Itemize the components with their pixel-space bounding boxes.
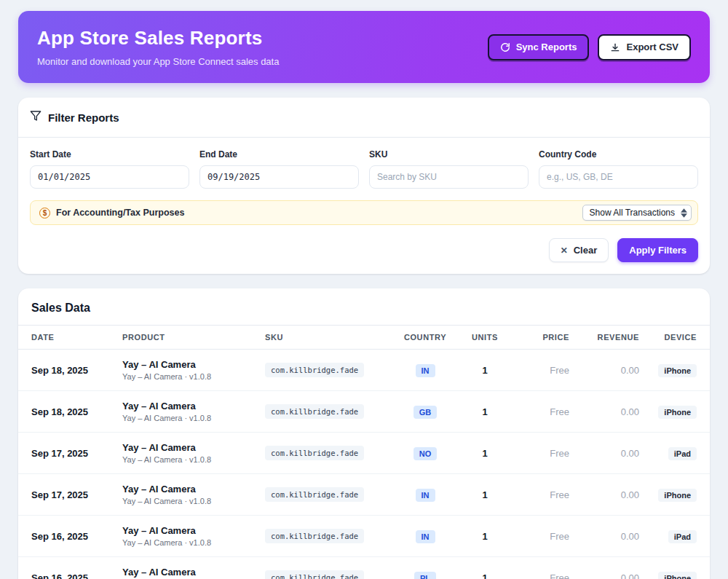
accounting-banner-left: $ For Accounting/Tax Purposes bbox=[39, 208, 184, 218]
cell-sku: com.killbridge.fade bbox=[259, 350, 392, 391]
device-badge: iPad bbox=[668, 530, 697, 543]
product-name: Yay – AI Camera bbox=[122, 567, 253, 578]
select-arrows-icon bbox=[681, 208, 687, 218]
apply-filters-button[interactable]: Apply Filters bbox=[617, 238, 698, 262]
device-badge: iPad bbox=[668, 447, 697, 460]
country-code-label: Country Code bbox=[539, 149, 698, 159]
cell-units: 1 bbox=[459, 557, 511, 579]
cell-units: 1 bbox=[459, 350, 511, 391]
table-row[interactable]: Sep 16, 2025 Yay – AI Camera Yay – AI Ca… bbox=[18, 516, 710, 557]
country-code-input[interactable] bbox=[539, 165, 698, 189]
end-date-input[interactable] bbox=[199, 165, 359, 189]
cell-product: Yay – AI Camera Yay – AI Camera · v1.0.8 bbox=[116, 516, 259, 557]
filter-card-title: Filter Reports bbox=[48, 111, 119, 124]
sales-data-title: Sales Data bbox=[18, 288, 710, 325]
clear-filters-label: Clear bbox=[574, 245, 598, 255]
col-device: Device bbox=[645, 326, 710, 350]
cell-product: Yay – AI Camera Yay – AI Camera · v1.0.8 bbox=[116, 350, 259, 391]
page: App Store Sales Reports Monitor and down… bbox=[0, 0, 728, 579]
hero-text: App Store Sales Reports Monitor and down… bbox=[37, 27, 279, 67]
sku-badge: com.killbridge.fade bbox=[265, 570, 364, 579]
cell-price: Free bbox=[511, 557, 575, 579]
cell-date: Sep 17, 2025 bbox=[18, 474, 116, 516]
sku-field-group: SKU bbox=[369, 149, 529, 189]
cell-product: Yay – AI Camera Yay – AI Camera · v1.0.8 bbox=[116, 557, 259, 579]
start-date-input[interactable] bbox=[30, 165, 189, 189]
cell-product: Yay – AI Camera Yay – AI Camera · v1.0.8 bbox=[116, 433, 259, 474]
product-version: Yay – AI Camera · v1.0.8 bbox=[122, 414, 253, 422]
cell-price: Free bbox=[511, 474, 575, 516]
cell-price: Free bbox=[511, 516, 575, 557]
country-field-group: Country Code bbox=[539, 149, 698, 189]
apply-filters-label: Apply Filters bbox=[629, 245, 687, 255]
cell-product: Yay – AI Camera Yay – AI Camera · v1.0.8 bbox=[116, 391, 259, 433]
sync-reports-button[interactable]: Sync Reports bbox=[488, 34, 590, 60]
hero-actions: Sync Reports Export CSV bbox=[488, 34, 691, 60]
export-csv-button[interactable]: Export CSV bbox=[598, 34, 691, 60]
cell-device: iPhone bbox=[645, 350, 710, 391]
product-name: Yay – AI Camera bbox=[122, 442, 253, 453]
product-version: Yay – AI Camera · v1.0.8 bbox=[122, 372, 253, 381]
cell-units: 1 bbox=[459, 516, 511, 557]
filter-card-header: Filter Reports bbox=[18, 98, 710, 138]
export-csv-label: Export CSV bbox=[626, 42, 678, 52]
filter-icon bbox=[30, 110, 41, 125]
transaction-filter-select[interactable]: Show All Transactions bbox=[582, 205, 692, 221]
filter-actions: ✕ Clear Apply Filters bbox=[30, 238, 698, 262]
table-row[interactable]: Sep 18, 2025 Yay – AI Camera Yay – AI Ca… bbox=[18, 350, 710, 391]
country-badge: NO bbox=[414, 447, 438, 460]
cell-date: Sep 17, 2025 bbox=[18, 433, 116, 474]
table-row[interactable]: Sep 17, 2025 Yay – AI Camera Yay – AI Ca… bbox=[18, 474, 710, 516]
filter-fields: Start Date End Date SKU Country Code bbox=[30, 149, 698, 189]
download-icon bbox=[610, 42, 620, 52]
sales-table-body: Sep 18, 2025 Yay – AI Camera Yay – AI Ca… bbox=[18, 350, 710, 579]
device-badge: iPhone bbox=[658, 406, 697, 419]
table-row[interactable]: Sep 17, 2025 Yay – AI Camera Yay – AI Ca… bbox=[18, 433, 710, 474]
cell-device: iPhone bbox=[645, 474, 710, 516]
cell-sku: com.killbridge.fade bbox=[259, 474, 392, 516]
sku-badge: com.killbridge.fade bbox=[265, 446, 364, 460]
table-row[interactable]: Sep 16, 2025 Yay – AI Camera Yay – AI Ca… bbox=[18, 557, 710, 579]
device-badge: iPhone bbox=[658, 364, 697, 377]
accounting-note: For Accounting/Tax Purposes bbox=[56, 208, 184, 218]
cell-price: Free bbox=[511, 433, 575, 474]
cell-date: Sep 16, 2025 bbox=[18, 516, 116, 557]
sales-table: Date Product SKU Country Units Price Rev… bbox=[18, 325, 710, 579]
cell-sku: com.killbridge.fade bbox=[259, 557, 392, 579]
col-sku: SKU bbox=[259, 326, 392, 350]
col-product: Product bbox=[116, 326, 259, 350]
cell-units: 1 bbox=[459, 433, 511, 474]
sync-reports-label: Sync Reports bbox=[516, 42, 577, 52]
product-name: Yay – AI Camera bbox=[122, 401, 253, 411]
country-badge: GB bbox=[414, 406, 438, 419]
cell-country: IN bbox=[392, 516, 459, 557]
product-version: Yay – AI Camera · v1.0.8 bbox=[122, 497, 253, 505]
product-name: Yay – AI Camera bbox=[122, 359, 253, 370]
refresh-icon bbox=[500, 42, 510, 52]
cell-date: Sep 18, 2025 bbox=[18, 350, 116, 391]
sku-input[interactable] bbox=[369, 165, 529, 189]
cell-revenue: 0.00 bbox=[575, 433, 645, 474]
close-icon: ✕ bbox=[561, 246, 568, 255]
transaction-filter-value: Show All Transactions bbox=[590, 208, 675, 218]
start-date-field-group: Start Date bbox=[30, 149, 189, 189]
hero-header: App Store Sales Reports Monitor and down… bbox=[18, 11, 710, 83]
sku-label: SKU bbox=[369, 149, 529, 159]
cell-device: iPad bbox=[645, 516, 710, 557]
cell-revenue: 0.00 bbox=[575, 391, 645, 433]
cell-date: Sep 16, 2025 bbox=[18, 557, 116, 579]
table-row[interactable]: Sep 18, 2025 Yay – AI Camera Yay – AI Ca… bbox=[18, 391, 710, 433]
cell-country: NO bbox=[392, 433, 459, 474]
cell-sku: com.killbridge.fade bbox=[259, 391, 392, 433]
cell-country: GB bbox=[392, 391, 459, 433]
end-date-field-group: End Date bbox=[199, 149, 359, 189]
clear-filters-button[interactable]: ✕ Clear bbox=[549, 238, 609, 262]
cell-price: Free bbox=[511, 391, 575, 433]
sku-badge: com.killbridge.fade bbox=[265, 529, 364, 543]
cell-price: Free bbox=[511, 350, 575, 391]
cell-country: IN bbox=[392, 350, 459, 391]
cell-sku: com.killbridge.fade bbox=[259, 516, 392, 557]
cell-sku: com.killbridge.fade bbox=[259, 433, 392, 474]
sales-table-header: Date Product SKU Country Units Price Rev… bbox=[18, 326, 710, 350]
country-badge: IN bbox=[416, 364, 435, 377]
